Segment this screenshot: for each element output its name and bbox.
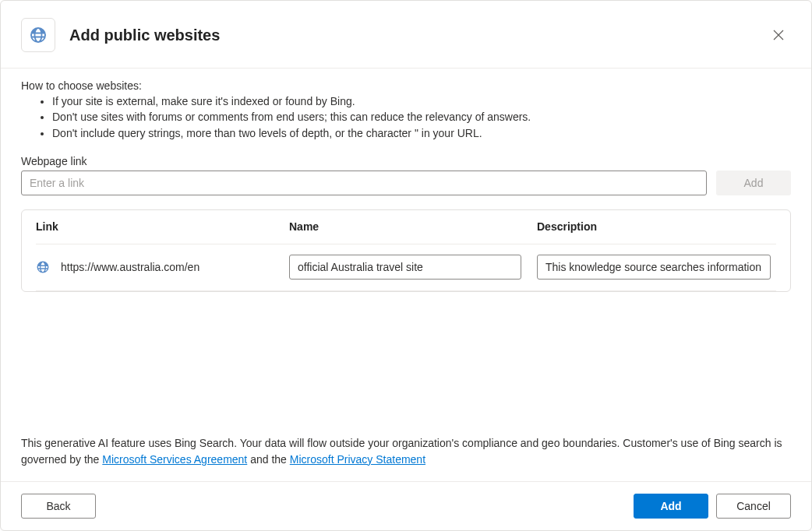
back-button[interactable]: Back — [21, 494, 96, 519]
privacy-statement-link[interactable]: Microsoft Privacy Statement — [290, 453, 425, 466]
links-table: Link Name Description https://www.austra… — [21, 209, 791, 292]
tip-item: Don't include query strings, more than t… — [52, 125, 791, 141]
services-agreement-link[interactable]: Microsoft Services Agreement — [102, 453, 247, 466]
add-button[interactable]: Add — [634, 494, 708, 519]
row-link-text: https://www.australia.com/en — [61, 261, 199, 273]
dialog-title: Add public websites — [69, 26, 766, 44]
link-input-row: Add — [21, 171, 791, 195]
tip-item: If your site is external, make sure it's… — [52, 93, 791, 109]
description-input[interactable] — [537, 255, 771, 280]
globe-icon-box — [21, 18, 55, 52]
tip-item: Don't use sites with forums or comments … — [52, 109, 791, 125]
add-link-button[interactable]: Add — [716, 171, 791, 195]
col-header-link: Link — [36, 220, 289, 233]
dialog-body: How to choose websites: If your site is … — [1, 69, 811, 435]
table-header-row: Link Name Description — [36, 210, 776, 244]
col-header-name: Name — [289, 220, 537, 233]
add-public-websites-dialog: Add public websites How to choose websit… — [0, 0, 812, 531]
globe-icon — [29, 26, 48, 44]
disclaimer-mid: and the — [247, 453, 290, 466]
col-header-description: Description — [537, 220, 776, 233]
disclaimer-text: This generative AI feature uses Bing Sea… — [1, 435, 811, 481]
intro-text: How to choose websites: — [21, 79, 791, 92]
row-description-cell — [537, 255, 776, 280]
name-input[interactable] — [289, 255, 521, 280]
row-name-cell — [289, 255, 537, 280]
row-link-cell: https://www.australia.com/en — [36, 260, 289, 274]
dialog-header: Add public websites — [1, 1, 811, 69]
cancel-button[interactable]: Cancel — [716, 494, 791, 519]
globe-icon — [36, 260, 50, 274]
webpage-link-label: Webpage link — [21, 155, 791, 167]
webpage-link-input[interactable] — [21, 171, 707, 195]
tips-list: If your site is external, make sure it's… — [21, 93, 791, 141]
dialog-footer: Back Add Cancel — [1, 481, 811, 530]
close-icon — [773, 30, 784, 40]
close-button[interactable] — [766, 23, 791, 47]
table-row: https://www.australia.com/en — [36, 244, 776, 291]
